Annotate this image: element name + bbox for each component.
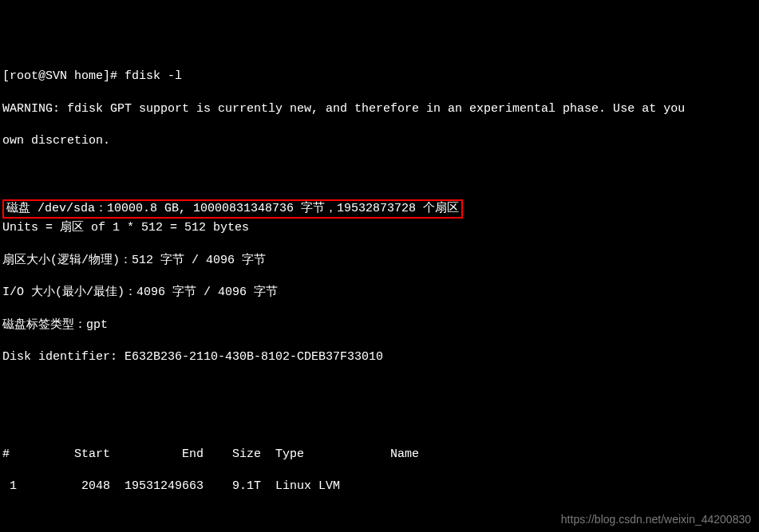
disk-sda-io-size: I/O 大小(最小/最佳)：4096 字节 / 4096 字节 [2, 285, 755, 301]
partition-table-header-sda: # Start End Size Type Name [2, 447, 755, 463]
disk-sda-header: 磁盘 /dev/sda：10000.8 GB, 10000831348736 字… [6, 202, 459, 215]
command-prompt[interactable]: [root@SVN home]# fdisk -l [2, 69, 755, 85]
warning-text-2: own discretion. [2, 133, 755, 149]
disk-sda-identifier: Disk identifier: E632B236-2110-430B-8102… [2, 349, 755, 365]
disk-sda-label-type: 磁盘标签类型：gpt [2, 317, 755, 333]
disk-sda-units: Units = 扇区 of 1 * 512 = 512 bytes [2, 220, 755, 236]
blank-line [2, 382, 755, 398]
blank-line [2, 166, 755, 182]
partition-row-sda1: 1 2048 19531249663 9.1T Linux LVM [2, 479, 755, 495]
highlight-disk-sda: 磁盘 /dev/sda：10000.8 GB, 10000831348736 字… [2, 199, 463, 219]
blank-line [2, 414, 755, 430]
disk-sda-sector-size: 扇区大小(逻辑/物理)：512 字节 / 4096 字节 [2, 253, 755, 269]
watermark-text: https://blog.csdn.net/weixin_44200830 [561, 512, 751, 527]
warning-text-1: WARNING: fdisk GPT support is currently … [2, 101, 755, 117]
